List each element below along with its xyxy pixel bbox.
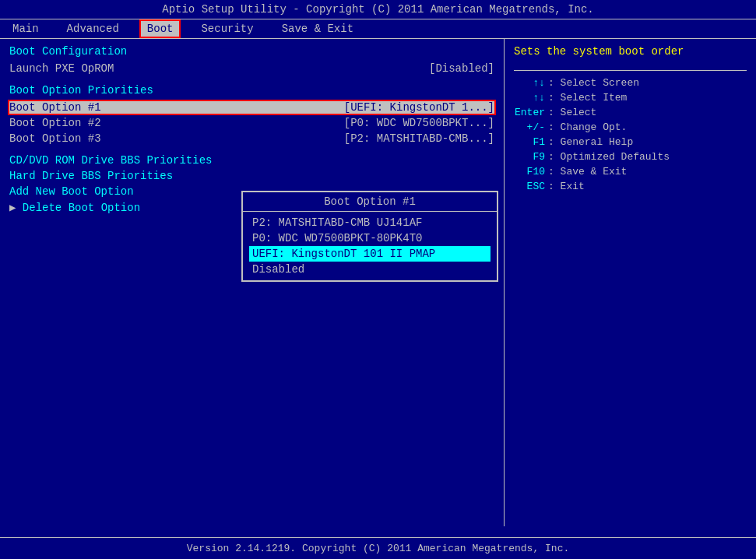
key-enter: Enter — [514, 107, 545, 118]
launch-pxe-value: [Disabled] — [429, 62, 494, 75]
key-row-3: +/- : Change Opt. — [514, 121, 747, 133]
key-f1: F1 — [514, 136, 545, 148]
status-text: Version 2.14.1219. Copyright (C) 2011 Am… — [187, 543, 569, 554]
priorities-title: Boot Option Priorities — [9, 84, 494, 97]
key-desc-3: : Change Opt. — [548, 121, 627, 133]
key-desc-0: : Select Screen — [548, 77, 639, 89]
key-desc-7: : Exit — [548, 181, 585, 192]
popup-item-3[interactable]: Disabled — [249, 262, 491, 277]
boot-option-3-value: [P2: MATSHITABD-CMB...] — [344, 132, 494, 145]
key-arrows-1: ↑↓ — [514, 77, 545, 89]
right-divider — [514, 70, 747, 71]
boot-option-1-row[interactable]: Boot Option #1 [UEFI: KingstonDT 1...] — [9, 101, 494, 114]
key-desc-1: : Select Item — [548, 92, 627, 104]
launch-pxe-row[interactable]: Launch PXE OpROM [Disabled] — [9, 62, 494, 75]
popup-item-0[interactable]: P2: MATSHITABD-CMB UJ141AF — [249, 215, 491, 230]
key-desc-4: : General Help — [548, 136, 633, 148]
key-row-1: ↑↓ : Select Item — [514, 92, 747, 104]
boot-option-2-label: Boot Option #2 — [9, 117, 101, 129]
key-row-2: Enter : Select — [514, 107, 747, 118]
hard-drive-priorities[interactable]: Hard Drive BBS Priorities — [9, 170, 494, 182]
boot-option-1-value: [UEFI: KingstonDT 1...] — [344, 101, 494, 114]
title-text: Aptio Setup Utility - Copyright (C) 2011… — [162, 3, 594, 16]
key-arrows-2: ↑↓ — [514, 92, 545, 104]
menu-item-save-exit[interactable]: Save & Exit — [276, 21, 360, 37]
menu-item-advanced[interactable]: Advanced — [61, 21, 125, 37]
popup-items: P2: MATSHITABD-CMB UJ141AF P0: WDC WD750… — [243, 212, 497, 280]
key-row-0: ↑↓ : Select Screen — [514, 77, 747, 89]
boot-option-2-row[interactable]: Boot Option #2 [P0: WDC WD7500BPKT...] — [9, 117, 494, 129]
boot-option-popup: Boot Option #1 P2: MATSHITABD-CMB UJ141A… — [241, 191, 498, 282]
key-desc-5: : Optimized Defaults — [548, 151, 670, 163]
key-plus-minus: +/- — [514, 121, 545, 133]
title-bar: Aptio Setup Utility - Copyright (C) 2011… — [0, 0, 756, 19]
key-f10: F10 — [514, 166, 545, 178]
right-panel: Sets the system boot order ↑↓ : Select S… — [505, 39, 756, 526]
popup-item-1[interactable]: P0: WDC WD7500BPKT-80PK4T0 — [249, 230, 491, 246]
boot-config-title: Boot Configuration — [9, 45, 494, 58]
help-text: Sets the system boot order — [514, 45, 747, 58]
left-panel: Boot Configuration Launch PXE OpROM [Dis… — [0, 39, 505, 526]
menu-item-main[interactable]: Main — [6, 21, 45, 37]
status-bar: Version 2.14.1219. Copyright (C) 2011 Am… — [0, 537, 756, 559]
boot-option-3-row[interactable]: Boot Option #3 [P2: MATSHITABD-CMB...] — [9, 132, 494, 145]
boot-option-2-value: [P0: WDC WD7500BPKT...] — [344, 117, 494, 129]
launch-pxe-label: Launch PXE OpROM — [9, 62, 114, 75]
key-f9: F9 — [514, 151, 545, 163]
key-row-6: F10 : Save & Exit — [514, 166, 747, 178]
key-esc: ESC — [514, 181, 545, 192]
popup-item-2[interactable]: UEFI: KingstonDT 101 II PMAP — [249, 246, 491, 262]
key-row-5: F9 : Optimized Defaults — [514, 151, 747, 163]
menu-item-boot[interactable]: Boot — [141, 21, 180, 37]
key-row-7: ESC : Exit — [514, 181, 747, 192]
boot-option-1-label: Boot Option #1 — [9, 101, 101, 114]
popup-title: Boot Option #1 — [243, 192, 497, 212]
key-help: ↑↓ : Select Screen ↑↓ : Select Item Ente… — [514, 77, 747, 192]
boot-option-3-label: Boot Option #3 — [9, 132, 101, 145]
menu-item-security[interactable]: Security — [195, 21, 259, 37]
main-content: Boot Configuration Launch PXE OpROM [Dis… — [0, 39, 756, 526]
cd-dvd-priorities[interactable]: CD/DVD ROM Drive BBS Priorities — [9, 154, 494, 167]
menu-bar: Main Advanced Boot Security Save & Exit — [0, 19, 756, 39]
key-desc-2: : Select — [548, 107, 596, 118]
key-desc-6: : Save & Exit — [548, 166, 627, 178]
key-row-4: F1 : General Help — [514, 136, 747, 148]
